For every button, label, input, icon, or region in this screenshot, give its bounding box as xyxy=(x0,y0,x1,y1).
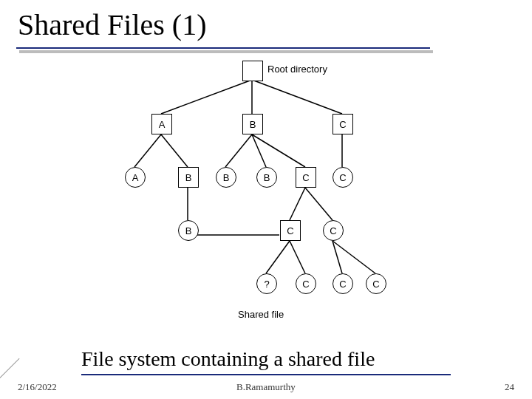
title-underline xyxy=(16,47,430,49)
node-b2c: B xyxy=(256,167,277,188)
svg-line-0 xyxy=(161,80,252,114)
node-a2: A xyxy=(125,167,146,188)
tree-edges xyxy=(111,58,436,338)
svg-line-12 xyxy=(266,241,290,273)
node-root xyxy=(242,61,263,81)
node-c2b: C xyxy=(332,167,353,188)
node-c4b: C xyxy=(332,273,353,294)
svg-line-15 xyxy=(332,241,375,273)
node-c4c: C xyxy=(366,273,386,294)
footer-date: 2/16/2022 xyxy=(18,381,57,393)
svg-line-3 xyxy=(134,134,161,167)
svg-line-11 xyxy=(305,188,332,220)
node-q: ? xyxy=(256,273,277,294)
slide-title: Shared Files (1) xyxy=(18,7,207,42)
footer-page-number: 24 xyxy=(505,381,514,393)
node-a1: A xyxy=(151,114,172,134)
node-c4a: C xyxy=(296,273,316,294)
node-c3a: C xyxy=(280,220,301,241)
node-b3: B xyxy=(178,220,199,241)
svg-line-14 xyxy=(332,241,342,273)
node-c1: C xyxy=(332,114,353,134)
svg-line-10 xyxy=(290,188,305,220)
node-b1: B xyxy=(242,114,263,134)
node-b2b: B xyxy=(216,167,236,188)
footer-author: B.Ramamurthy xyxy=(236,381,296,393)
title-underline-shadow xyxy=(19,50,433,53)
node-c2a: C xyxy=(296,167,316,188)
svg-line-13 xyxy=(290,241,305,273)
subtitle-underline xyxy=(81,374,451,375)
root-directory-label: Root directory xyxy=(267,64,327,75)
svg-line-2 xyxy=(252,80,342,114)
node-b2a: B xyxy=(178,167,199,188)
slide-subtitle: File system containing a shared file xyxy=(81,347,375,371)
svg-line-7 xyxy=(252,134,305,167)
svg-line-4 xyxy=(161,134,188,167)
svg-line-5 xyxy=(225,134,252,167)
shared-file-label: Shared file xyxy=(238,309,284,320)
tree-diagram: Root directory A B C A B B B C C B C C ?… xyxy=(111,58,436,338)
node-c3b: C xyxy=(323,220,344,241)
